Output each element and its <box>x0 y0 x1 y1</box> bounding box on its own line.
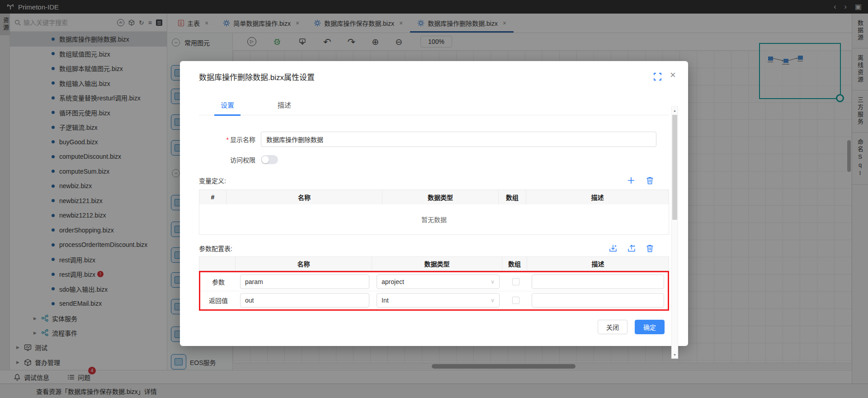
fullscreen-icon[interactable] <box>654 73 661 81</box>
highlighted-param-rows: 参数 aproject∨ 返回值 Int∨ <box>199 271 669 311</box>
param-type-select[interactable]: aproject∨ <box>377 275 500 289</box>
dialog-tab-settings[interactable]: 设置 <box>221 100 234 115</box>
param-array-checkbox[interactable] <box>512 278 519 285</box>
access-toggle[interactable] <box>261 155 278 164</box>
display-name-field[interactable] <box>261 132 656 147</box>
col-header <box>199 257 236 270</box>
dialog-tab-description[interactable]: 描述 <box>278 100 291 115</box>
delete-param-icon[interactable] <box>646 244 654 252</box>
dialog-scrollbar[interactable]: ▲ ▼ <box>671 106 678 359</box>
col-header: 数据类型 <box>382 190 499 204</box>
variable-table: # 名称 数据类型 数组 描述 暂无数据 <box>199 190 669 235</box>
col-header: 数组 <box>499 190 526 204</box>
col-header: 名称 <box>236 257 372 270</box>
chevron-down-icon: ∨ <box>491 297 495 303</box>
close-icon[interactable]: × <box>670 69 676 81</box>
param-name-field[interactable] <box>240 275 369 289</box>
param-desc-field[interactable] <box>532 293 664 308</box>
chevron-down-icon: ∨ <box>491 279 495 285</box>
param-row: 返回值 Int∨ <box>200 291 668 309</box>
param-row: 参数 aproject∨ <box>200 272 668 291</box>
dialog-title: 数据库操作删除数据.bizx属性设置 <box>199 71 315 82</box>
param-section-row: 参数配置表: <box>199 244 669 253</box>
variable-section-row: 变量定义: <box>199 176 669 185</box>
display-name-label: 显示名称 <box>230 136 255 143</box>
properties-dialog: 数据库操作删除数据.bizx属性设置 × 设置 描述 *显示名称 访问权限 变量… <box>180 61 688 346</box>
required-asterisk: * <box>226 136 229 143</box>
dialog-tabs: 设置 描述 <box>199 100 669 115</box>
empty-table-message: 暂无数据 <box>199 204 669 234</box>
param-section-label: 参数配置表: <box>199 244 232 253</box>
ok-button[interactable]: 确定 <box>635 320 665 334</box>
col-header: 数据类型 <box>372 257 502 270</box>
param-name-field[interactable] <box>240 293 369 308</box>
scrollbar-thumb[interactable] <box>672 115 677 220</box>
display-name-row: *显示名称 <box>199 132 669 147</box>
col-header: 描述 <box>527 257 669 270</box>
add-variable-icon[interactable] <box>627 176 635 185</box>
export-params-icon[interactable] <box>627 244 636 252</box>
col-header: # <box>199 190 226 204</box>
param-row-label: 参数 <box>200 272 236 291</box>
delete-variable-icon[interactable] <box>646 176 654 185</box>
access-row: 访问权限 <box>199 155 669 164</box>
param-table: 名称 数据类型 数组 描述 参数 aproject∨ 返回值 <box>199 256 669 311</box>
close-button[interactable]: 关闭 <box>598 320 627 334</box>
param-array-checkbox[interactable] <box>512 297 519 304</box>
app-root: Primeton-IDE ‹ › ▣ 资源 AI ↻ ≡ <box>0 0 868 398</box>
param-desc-field[interactable] <box>532 275 664 289</box>
col-header: 描述 <box>526 190 669 204</box>
dialog-footer: 关闭 确定 <box>598 320 665 334</box>
import-params-icon[interactable] <box>609 244 618 252</box>
col-header: 数组 <box>502 257 527 270</box>
variable-section-label: 变量定义: <box>199 176 226 185</box>
access-label: 访问权限 <box>199 155 255 164</box>
scroll-down-icon[interactable]: ▼ <box>672 351 678 358</box>
dialog-body: *显示名称 访问权限 变量定义: <box>199 121 669 311</box>
col-header: 名称 <box>226 190 382 204</box>
param-type-select[interactable]: Int∨ <box>377 293 500 308</box>
scroll-up-icon[interactable]: ▲ <box>672 107 678 114</box>
param-row-label: 返回值 <box>200 291 236 309</box>
